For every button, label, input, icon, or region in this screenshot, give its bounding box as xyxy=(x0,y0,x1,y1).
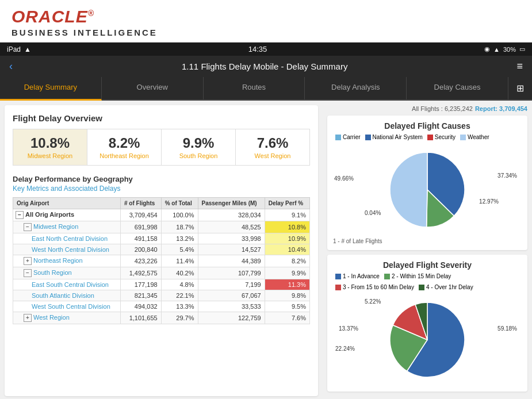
table-row: +Northeast Region 423,226 11.4% 44,389 8… xyxy=(13,255,310,267)
severity-label-5: 5.22% xyxy=(365,298,381,305)
airport-name[interactable]: East South Central Division xyxy=(32,281,109,288)
tab-routes[interactable]: Routes xyxy=(204,77,305,99)
stat-midwest: 10.8% Midwest Region xyxy=(13,129,87,165)
flights-cell: 3,709,454 xyxy=(121,209,162,221)
delay-cell: 10.4% xyxy=(265,244,309,255)
stat-south-value: 9.9% xyxy=(166,135,231,151)
miles-cell: 67,067 xyxy=(198,290,265,301)
wifi-icon: ▲ xyxy=(24,45,31,53)
airport-cell: West North Central Division xyxy=(13,244,121,255)
airport-name[interactable]: West Region xyxy=(33,314,70,321)
flights-cell: 691,998 xyxy=(121,221,162,233)
over-1hr-dot xyxy=(419,285,424,290)
airport-cell: East North Central Division xyxy=(13,233,121,244)
airport-cell: +Northeast Region xyxy=(13,255,121,267)
expand-icon[interactable]: + xyxy=(24,314,32,322)
tab-delay-causes[interactable]: Delay Causes xyxy=(407,77,508,99)
app-header: ‹ 1.11 Flights Delay Mobile - Delay Summ… xyxy=(0,56,532,77)
miles-cell: 48,525 xyxy=(198,221,265,233)
flights-cell: 200,840 xyxy=(121,244,162,255)
col-delay: Delay Perf % xyxy=(265,198,309,209)
expand-icon[interactable]: − xyxy=(16,211,24,219)
causes-chart-card: Delayed Flight Causes Carrier National A… xyxy=(327,116,527,250)
section-link[interactable]: Key Metrics and Associated Delays xyxy=(13,185,310,193)
airport-name[interactable]: Midwest Region xyxy=(33,223,78,230)
location-icon: ◉ xyxy=(484,45,490,53)
causes-label-49: 49.66% xyxy=(334,175,354,182)
causes-pie-svg xyxy=(376,145,479,235)
airport-name[interactable]: West South Central Division xyxy=(32,303,110,310)
legend-national: National Air System xyxy=(365,134,423,140)
airport-cell: South Atlantic Division xyxy=(13,290,121,301)
causes-chart-title: Delayed Flight Causes xyxy=(333,121,522,131)
stat-northeast: 8.2% Northeast Region xyxy=(87,129,162,165)
legend-15-60: 3 - From 15 to 60 Min Delay xyxy=(335,284,414,290)
stat-west-value: 7.6% xyxy=(240,135,305,151)
in-advance-dot xyxy=(335,274,341,279)
expand-icon[interactable]: + xyxy=(24,257,32,265)
severity-chart-card: Delayed Flight Severity 1 - In Advance 2… xyxy=(327,255,527,392)
stat-northeast-value: 8.2% xyxy=(92,135,156,151)
ios-time: 14:35 xyxy=(248,45,267,53)
expand-icon[interactable]: − xyxy=(24,269,32,277)
delay-cell: 7.6% xyxy=(265,312,309,324)
battery-icon: ▭ xyxy=(519,45,525,53)
right-panel: All Flights : 6,235,242 Report: 3,709,45… xyxy=(323,101,532,399)
carrier-label: Carrier xyxy=(343,134,361,140)
expand-icon[interactable]: − xyxy=(24,223,32,231)
airport-cell: West South Central Division xyxy=(13,301,121,312)
stat-south-label: South Region xyxy=(166,152,231,159)
data-table: Orig Airport # of Flights % of Total Pas… xyxy=(13,197,310,324)
tab-delay-analysis[interactable]: Delay Analysis xyxy=(305,77,407,99)
pct-cell: 4.8% xyxy=(161,279,198,290)
flights-cell: 821,345 xyxy=(121,290,162,301)
airport-cell: +West Region xyxy=(13,312,121,324)
severity-pie-svg xyxy=(376,296,479,385)
pct-cell: 40.2% xyxy=(161,267,198,279)
airport-cell: −Midwest Region xyxy=(13,221,121,233)
delay-cell: 10.8% xyxy=(265,221,309,233)
col-pct: % of Total xyxy=(161,198,198,209)
table-row: West North Central Division 200,840 5.4%… xyxy=(13,244,310,255)
oracle-logo-text: ORACLE® xyxy=(12,7,520,26)
menu-icon[interactable]: ≡ xyxy=(516,60,523,72)
weather-dot xyxy=(460,135,466,140)
left-panel: Flight Delay Overview 10.8% Midwest Regi… xyxy=(5,105,318,396)
airport-name[interactable]: East North Central Division xyxy=(32,235,108,242)
severity-label-59: 59.18% xyxy=(497,325,517,332)
ios-status-bar: iPad ▲ 14:35 ◉ ▲ 30% ▭ xyxy=(0,43,532,56)
table-row: −South Region 1,492,575 40.2% 107,799 9.… xyxy=(13,267,310,279)
tab-overview[interactable]: Overview xyxy=(102,77,204,99)
airport-name[interactable]: South Region xyxy=(33,269,72,276)
app-title: 1.11 Flights Delay Mobile - Delay Summar… xyxy=(13,62,516,71)
in-advance-label: 1 - In Advance xyxy=(343,273,380,279)
causes-label-37: 37.34% xyxy=(497,172,517,179)
causes-legend: Carrier National Air System Security Wea… xyxy=(333,134,522,140)
miles-cell: 33,533 xyxy=(198,301,265,312)
miles-cell: 122,759 xyxy=(198,312,265,324)
tab-delay-summary[interactable]: Delay Summary xyxy=(0,77,102,101)
within-15-label: 2 - Within 15 Min Delay xyxy=(392,273,451,279)
severity-pie-container: 59.18% 22.24% 13.37% 5.22% xyxy=(333,294,522,386)
pct-cell: 11.4% xyxy=(161,255,198,267)
col-miles: Passenger Miles (M) xyxy=(198,198,265,209)
airport-name[interactable]: West North Central Division xyxy=(32,246,109,253)
severity-chart-title: Delayed Flight Severity xyxy=(333,260,522,270)
stat-midwest-label: Midwest Region xyxy=(18,152,82,159)
airport-name[interactable]: Northeast Region xyxy=(33,257,83,264)
legend-carrier: Carrier xyxy=(335,134,361,140)
flights-cell: 177,198 xyxy=(121,279,162,290)
delay-cell: 9.8% xyxy=(265,290,309,301)
grid-icon[interactable]: ⊞ xyxy=(508,77,532,99)
flights-cell: 1,492,575 xyxy=(121,267,162,279)
airport-cell: −All Orig Airports xyxy=(13,209,121,221)
table-row: East North Central Division 491,158 13.2… xyxy=(13,233,310,244)
table-row: West South Central Division 494,032 13.3… xyxy=(13,301,310,312)
pct-cell: 29.7% xyxy=(161,312,198,324)
panel-title: Flight Delay Overview xyxy=(13,113,310,123)
within-15-dot xyxy=(384,274,390,279)
airport-name[interactable]: South Atlantic Division xyxy=(32,292,94,299)
delay-cell: 9.9% xyxy=(265,267,309,279)
miles-cell: 107,799 xyxy=(198,267,265,279)
right-top-bar: All Flights : 6,235,242 Report: 3,709,45… xyxy=(327,105,527,112)
